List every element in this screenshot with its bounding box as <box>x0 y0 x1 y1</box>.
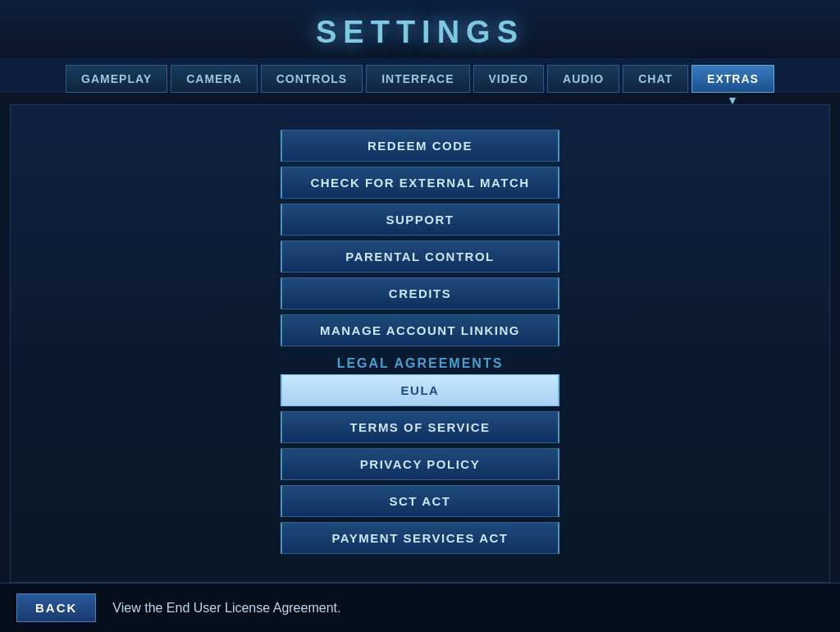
tab-controls[interactable]: CONTROLS <box>261 65 363 93</box>
main-content: REDEEM CODE CHECK FOR EXTERNAL MATCH SUP… <box>10 104 830 583</box>
sct-act-button[interactable]: SCT ACT <box>281 485 559 517</box>
tab-camera[interactable]: CAMERA <box>171 65 257 93</box>
tab-bar: GAMEPLAY CAMERA CONTROLS INTERFACE VIDEO… <box>0 58 840 93</box>
eula-button[interactable]: EULA <box>281 374 559 406</box>
page-title: SETTINGS <box>0 15 840 50</box>
check-external-match-button[interactable]: CHECK FOR EXTERNAL MATCH <box>281 167 559 199</box>
redeem-code-button[interactable]: REDEEM CODE <box>281 130 559 162</box>
manage-account-linking-button[interactable]: MANAGE ACCOUNT LINKING <box>281 314 559 346</box>
tab-video[interactable]: VIDEO <box>473 65 545 93</box>
terms-of-service-button[interactable]: TERMS OF SERVICE <box>281 411 559 443</box>
payment-services-act-button[interactable]: PAYMENT SERVICES ACT <box>281 522 559 554</box>
tab-chat[interactable]: CHAT <box>623 65 688 93</box>
tab-gameplay[interactable]: GAMEPLAY <box>66 65 167 93</box>
header: SETTINGS <box>0 0 840 58</box>
tab-extras[interactable]: EXTRAS <box>692 65 774 93</box>
tab-interface[interactable]: INTERFACE <box>366 65 469 93</box>
parental-control-button[interactable]: PARENTAL CONTROL <box>281 240 559 272</box>
bottom-bar: BACK View the End User License Agreement… <box>0 583 840 632</box>
tab-audio[interactable]: AUDIO <box>547 65 619 93</box>
legal-agreements-label: LEGAL AGREEMENTS <box>337 356 504 371</box>
back-button[interactable]: BACK <box>16 593 96 622</box>
privacy-policy-button[interactable]: PRIVACY POLICY <box>281 448 559 480</box>
support-button[interactable]: SUPPORT <box>281 204 559 236</box>
credits-button[interactable]: CREDITS <box>281 277 559 309</box>
status-text: View the End User License Agreement. <box>112 601 340 616</box>
